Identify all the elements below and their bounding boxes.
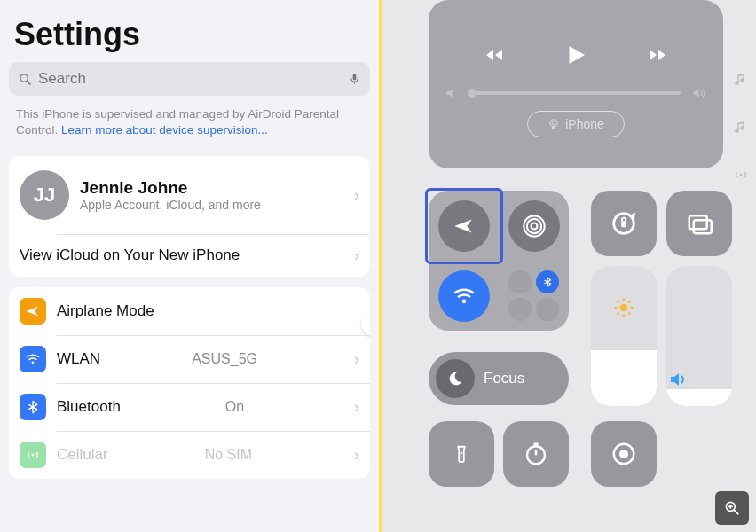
control-center: iPhone [379,0,756,532]
search-input[interactable] [38,70,348,88]
chevron-right-icon: › [354,398,359,417]
wlan-value: ASUS_5G [192,351,257,367]
svg-point-5 [32,454,35,457]
settings-panel: Settings This iPhone is supervised and m… [0,0,379,532]
supervised-notice: This iPhone is supervised and managed by… [9,106,370,145]
music-icon [733,71,749,87]
svg-line-23 [617,313,618,315]
svg-rect-14 [689,215,707,229]
volume-low-icon [445,86,459,100]
svg-point-11 [461,299,466,303]
sun-icon [612,296,635,319]
search-icon [18,72,33,87]
chevron-right-icon: › [354,446,359,465]
cellular-dot [508,270,532,293]
hotspot-icon [733,167,749,183]
svg-line-21 [617,301,618,303]
svg-point-0 [20,74,28,82]
svg-rect-13 [621,221,626,227]
airplay-icon [547,118,560,130]
play-icon[interactable] [563,40,589,70]
media-panel[interactable]: iPhone [429,0,723,168]
connectivity-panel[interactable] [429,191,569,331]
page-title: Settings [14,16,370,53]
svg-point-31 [740,174,743,176]
svg-point-25 [461,452,463,455]
focus-button[interactable]: Focus [429,352,569,405]
chevron-right-icon: › [354,186,359,205]
svg-point-6 [550,120,557,127]
screen-mirroring-button[interactable] [666,191,732,256]
cellular-icon [20,442,46,468]
svg-line-22 [628,313,630,315]
svg-line-1 [28,81,31,84]
zoom-button[interactable] [715,491,749,525]
brightness-slider[interactable] [591,266,657,406]
svg-point-30 [619,450,628,458]
hotspot-dot [508,298,532,321]
svg-rect-2 [353,74,357,81]
network-card: Airplane Mode WLAN ASUS_5G › Bluetooth O… [9,287,370,479]
dictation-icon[interactable] [348,71,361,87]
rewind-icon[interactable] [479,44,509,66]
airdrop-button[interactable] [508,200,560,252]
avatar: JJ [20,170,69,220]
rotation-lock-button[interactable] [591,191,657,256]
svg-point-8 [531,223,537,229]
svg-point-7 [552,121,555,125]
airplane-mode-row[interactable]: Airplane Mode [9,287,370,335]
bluetooth-value: On [225,399,244,415]
airplane-mode-button[interactable] [438,200,490,252]
wifi-icon [20,346,46,372]
side-rail [731,71,751,183]
flashlight-button[interactable] [429,421,494,487]
profile-sub: Apple Account, iCloud, and more [80,198,261,212]
cellular-row[interactable]: Cellular No SIM › [9,431,370,479]
forward-icon[interactable] [642,44,673,66]
profile-card: JJ Jennie Johne Apple Account, iCloud, a… [9,156,370,277]
chevron-right-icon: › [354,246,359,265]
chevron-right-icon: › [354,350,359,369]
svg-point-9 [526,218,540,232]
bluetooth-icon [20,394,46,420]
svg-line-33 [735,511,738,514]
svg-point-4 [32,362,35,364]
airplay-selector[interactable]: iPhone [527,111,625,137]
screen-record-button[interactable] [591,421,657,487]
svg-point-16 [620,304,628,312]
profile-name: Jennie Johne [80,178,261,198]
wlan-row[interactable]: WLAN ASUS_5G › [9,335,370,383]
svg-rect-15 [694,220,712,233]
timer-button[interactable] [503,421,569,487]
volume-high-icon [689,86,707,100]
search-field[interactable] [9,62,370,96]
volume-slider[interactable] [666,266,732,406]
wifi-button[interactable] [438,270,490,322]
volume-bar[interactable] [445,86,707,100]
bluetooth-row[interactable]: Bluetooth On › [9,383,370,431]
music-icon [733,119,749,135]
supervision-link[interactable]: Learn more about device supervision... [61,123,268,137]
profile-row[interactable]: JJ Jennie Johne Apple Account, iCloud, a… [9,156,370,234]
moon-icon [436,359,475,398]
icloud-promo-row[interactable]: View iCloud on Your New iPhone › [9,234,370,277]
volume-icon [666,369,732,390]
airplane-icon [20,298,46,325]
cellular-value: No SIM [205,447,252,463]
connectivity-subgroup[interactable] [508,270,560,322]
bluetooth-dot[interactable] [536,270,559,293]
vpn-dot [536,298,559,321]
svg-line-24 [628,301,630,303]
